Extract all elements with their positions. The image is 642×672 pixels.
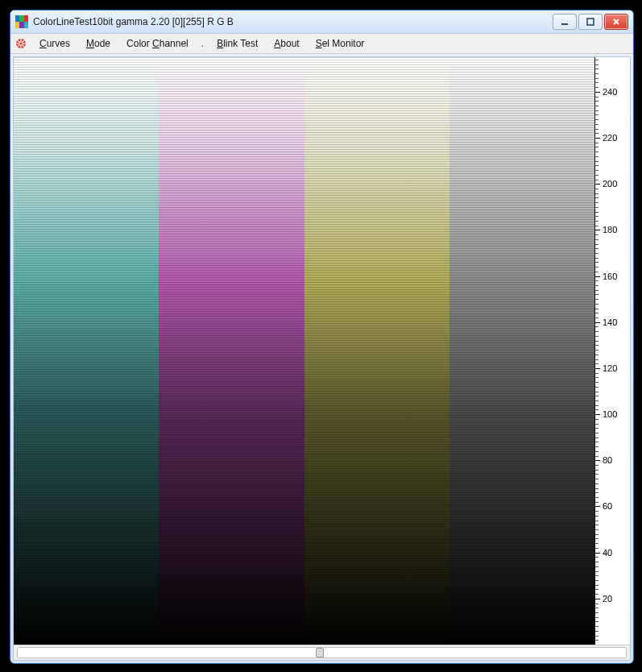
axis-tick-minor (595, 571, 599, 572)
axis-tick-minor (595, 64, 599, 65)
axis-tick-minor (595, 557, 599, 558)
axis-tick-minor (595, 290, 599, 291)
axis-tick-major (595, 184, 600, 185)
axis-tick-minor (595, 608, 599, 608)
svg-rect-7 (587, 19, 594, 25)
axis-tick-minor (595, 285, 599, 286)
axis-tick-major (595, 368, 600, 369)
axis-tick-major (595, 276, 600, 277)
scrollbar-thumb[interactable] (316, 648, 324, 657)
axis-tick-minor (595, 272, 599, 272)
axis-tick-major (595, 460, 600, 461)
axis-tick-minor (595, 313, 599, 313)
axis-tick-minor (595, 387, 599, 388)
axis-tick-minor (595, 483, 599, 484)
axis-tick-minor (595, 202, 599, 203)
axis-tick-minor (595, 133, 599, 134)
menu-mode[interactable]: Mode (80, 36, 117, 51)
minimize-button[interactable] (553, 14, 577, 30)
axis-tick-minor (595, 465, 599, 466)
svg-rect-6 (561, 23, 568, 25)
axis-tick-minor (595, 161, 599, 162)
axis-tick-minor (595, 400, 599, 401)
axis-tick-minor (595, 151, 599, 152)
axis-tick-minor (595, 165, 599, 166)
axis-tick-minor (595, 345, 599, 346)
menu-about[interactable]: About (267, 36, 305, 51)
axis-tick-minor (595, 212, 599, 213)
axis-tick-minor (595, 267, 599, 268)
axis-tick-minor (595, 594, 599, 595)
gradient-column-cyan (14, 57, 159, 645)
horizontal-scrollbar[interactable] (14, 645, 630, 660)
axis-tick-minor (595, 175, 599, 176)
axis-tick-minor (595, 248, 599, 249)
axis-tick-minor (595, 442, 599, 442)
axis-tick-minor (595, 350, 599, 351)
axis-tick-minor (595, 189, 599, 189)
axis-tick-minor (595, 548, 599, 549)
axis-tick-label: 220 (603, 133, 617, 143)
axis-tick-minor (595, 612, 599, 613)
axis-tick-minor (595, 124, 599, 125)
axis-tick-minor (595, 244, 599, 245)
axis-tick-minor (595, 456, 599, 457)
window-controls (553, 14, 628, 30)
axis-tick-minor (595, 180, 599, 180)
axis-tick-minor (595, 280, 599, 281)
menu-curves[interactable]: Curves (33, 36, 77, 51)
axis-tick-minor (595, 377, 599, 378)
gradient-plot: 20406080100120140160180200220240 (14, 57, 630, 645)
gradient-columns (14, 57, 594, 645)
axis-tick-minor (595, 521, 599, 521)
axis-tick-minor (595, 492, 599, 493)
axis-tick-minor (595, 428, 599, 429)
axis-tick-minor (595, 341, 599, 342)
client-area: 20406080100120140160180200220240 (13, 56, 631, 661)
titlebar[interactable]: ColorLineTest10bit gamma 2.20 [0][255] R… (10, 10, 633, 34)
axis-tick-major (595, 553, 600, 554)
axis-tick-minor (595, 621, 599, 622)
axis-tick-minor (595, 470, 599, 471)
close-button[interactable] (604, 14, 628, 30)
axis-tick-minor (595, 502, 599, 503)
axis-tick-minor (595, 580, 599, 581)
axis-tick-minor (595, 106, 599, 106)
axis-tick-minor (595, 640, 599, 641)
axis-tick-minor (595, 543, 599, 544)
axis-tick-minor (595, 396, 599, 396)
axis-tick-minor (595, 363, 599, 364)
axis-tick-minor (595, 234, 599, 235)
axis-tick-minor (595, 419, 599, 420)
axis-tick-major (595, 506, 600, 507)
menu-sel-monitor[interactable]: Sel Monitor (309, 36, 371, 51)
axis-tick-minor (595, 575, 599, 576)
axis-tick-label: 100 (603, 409, 617, 419)
axis-tick-label: 20 (603, 594, 612, 604)
axis-tick-minor (595, 216, 599, 217)
axis-tick-minor (595, 73, 599, 74)
value-axis: 20406080100120140160180200220240 (594, 57, 630, 645)
axis-tick-label: 80 (603, 455, 612, 465)
menu-color-channel[interactable]: Color Channel (120, 36, 195, 51)
axis-tick-minor (595, 193, 599, 194)
axis-tick-minor (595, 433, 599, 433)
axis-tick-label: 200 (603, 179, 617, 189)
axis-tick-label: 160 (603, 272, 617, 281)
axis-tick-minor (595, 529, 599, 530)
axis-tick-minor (595, 373, 599, 374)
axis-tick-minor (595, 87, 599, 88)
axis-tick-minor (595, 538, 599, 539)
axis-tick-minor (595, 156, 599, 157)
axis-tick-major (595, 138, 600, 139)
axis-tick-major (595, 92, 600, 93)
axis-tick-minor (595, 226, 599, 226)
axis-tick-minor (595, 585, 599, 586)
axis-tick-minor (595, 438, 599, 438)
axis-tick-minor (595, 382, 599, 383)
scrollbar-track[interactable] (17, 647, 627, 658)
axis-tick-minor (595, 589, 599, 590)
menu-blink-test[interactable]: Blink Test (210, 36, 264, 51)
gear-icon[interactable] (14, 36, 28, 51)
maximize-button[interactable] (578, 14, 603, 30)
